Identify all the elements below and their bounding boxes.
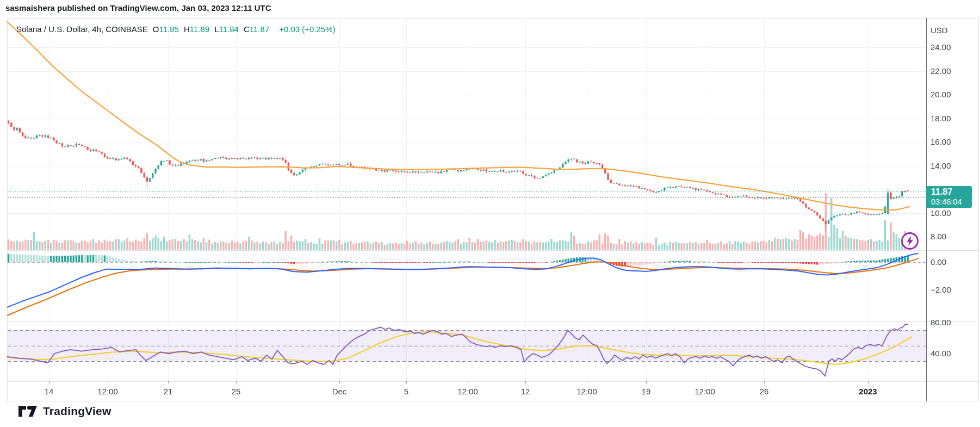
bar-countdown: 03:46:04 <box>931 197 972 207</box>
price-chart-canvas[interactable] <box>0 0 980 427</box>
axis-price-label: 18.00 <box>931 113 951 124</box>
axis-time-label: 5 <box>382 385 431 399</box>
tradingview-snapshot: sasmaishera published on TradingView.com… <box>0 0 980 427</box>
axis-time-label: 14 <box>24 385 73 399</box>
ohlc-item: H11.89 <box>184 24 209 34</box>
axis-time-label: 21 <box>144 385 193 399</box>
tradingview-logo-text: TradingView <box>43 405 111 418</box>
axis-time-label: 19 <box>622 385 671 399</box>
axis-price-label: 14.00 <box>931 160 951 171</box>
currency-label: USD <box>931 26 948 35</box>
axis-price-label: 24.00 <box>931 42 951 53</box>
axis-time-label: 12:00 <box>83 385 132 399</box>
tradingview-logo[interactable]: TradingView <box>17 404 111 419</box>
lightning-icon <box>900 231 920 251</box>
axis-time-label: 12:00 <box>562 385 611 399</box>
symbol-title: Solana / U.S. Dollar, 4h, COINBASE <box>16 24 148 34</box>
change-value: +0.03 (+0.25%) <box>279 24 335 34</box>
axis-price-label: 16.00 <box>931 137 951 147</box>
axis-time-label: 12:00 <box>443 385 492 399</box>
axis-price-label: 8.00 <box>931 231 946 242</box>
ohlc-values: O11.85H11.89L11.84C11.87 <box>153 24 274 34</box>
last-price: 11.87 <box>931 187 972 197</box>
axis-price-label: 80.00 <box>931 317 951 328</box>
axis-price-label: −2.00 <box>931 284 951 295</box>
axis-price-label: 40.00 <box>931 348 951 359</box>
axis-price-label: 20.00 <box>931 89 951 100</box>
ohlc-item: O11.85 <box>153 24 179 34</box>
axis-price-label: 10.00 <box>931 208 951 219</box>
axis-price-label: 0.00 <box>931 257 946 268</box>
axis-time-label: 12:00 <box>680 385 729 399</box>
axis-time-label: 12 <box>501 385 550 399</box>
axis-time-label: 2023 <box>843 385 892 399</box>
ohlc-item: L11.84 <box>214 24 239 34</box>
axis-time-label: 25 <box>212 385 260 399</box>
axis-time-label: Dec <box>315 385 364 399</box>
attribution-text: sasmaishera published on TradingView.com… <box>5 3 271 13</box>
boost-button[interactable] <box>900 231 920 251</box>
last-price-badge: 11.87 03:46:04 <box>926 186 972 208</box>
ohlc-item: C11.87 <box>244 24 269 34</box>
axis-time-label: 26 <box>740 385 789 399</box>
axis-price-label: 22.00 <box>931 66 951 77</box>
tradingview-logo-icon <box>17 404 38 419</box>
symbol-legend[interactable]: Solana / U.S. Dollar, 4h, COINBASE O11.8… <box>16 24 336 34</box>
